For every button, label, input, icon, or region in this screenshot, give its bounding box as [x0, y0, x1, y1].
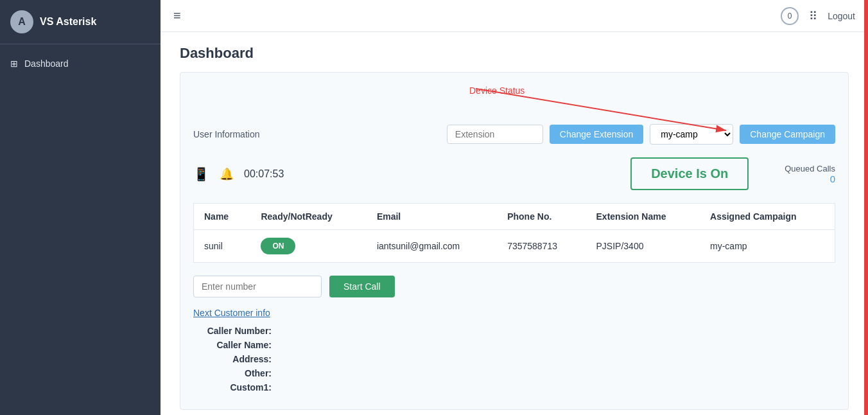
- call-timer: 00:07:53: [244, 168, 284, 180]
- queued-calls-count: 0: [785, 173, 835, 184]
- col-ready: Ready/NotReady: [250, 204, 366, 230]
- col-extension: Extension Name: [586, 204, 700, 230]
- cell-extension: PJSIP/3400: [586, 230, 700, 263]
- col-email: Email: [367, 204, 497, 230]
- dashboard-icon: ⊞: [10, 58, 18, 69]
- hamburger-icon[interactable]: ≡: [173, 8, 181, 23]
- ready-toggle[interactable]: ON: [261, 238, 295, 254]
- change-campaign-button[interactable]: Change Campaign: [740, 125, 835, 144]
- campaign-select[interactable]: my-camp: [650, 124, 733, 145]
- customer-field-label: Caller Number:: [193, 326, 277, 336]
- sidebar-nav: ⊞ Dashboard: [0, 44, 161, 83]
- logout-button[interactable]: Logout: [828, 11, 855, 21]
- grid-icon[interactable]: ⠿: [809, 9, 817, 23]
- table-row: sunil ON iantsunil@gmail.com 7357588713 …: [194, 230, 835, 263]
- customer-info-row: Caller Name:: [193, 340, 835, 350]
- navbar: ≡ 0 ⠿ Logout: [161, 0, 868, 32]
- col-name: Name: [194, 204, 251, 230]
- change-extension-button[interactable]: Change Extension: [550, 125, 643, 144]
- right-border-accent: [864, 0, 868, 415]
- customer-field-label: Custom1:: [193, 382, 277, 393]
- sidebar-item-dashboard[interactable]: ⊞ Dashboard: [0, 52, 161, 75]
- customer-info-row: Caller Number:: [193, 326, 835, 336]
- phone-icon: 📱: [193, 166, 209, 182]
- cell-email: iantsunil@gmail.com: [367, 230, 497, 263]
- bell-icon: 🔔: [220, 167, 234, 181]
- customer-info-row: Address:: [193, 354, 835, 364]
- col-campaign: Assigned Campaign: [700, 204, 835, 230]
- start-call-button[interactable]: Start Call: [329, 276, 395, 297]
- number-input[interactable]: [193, 276, 322, 297]
- app-name: VS Asterisk: [40, 16, 96, 28]
- sidebar-item-label: Dashboard: [24, 58, 69, 69]
- user-info-label: User Information: [193, 129, 259, 139]
- agents-table: Name Ready/NotReady Email Phone No. Exte…: [193, 203, 835, 263]
- sidebar-header: A VS Asterisk: [0, 0, 161, 44]
- controls-row: User Information Change Extension my-cam…: [193, 124, 835, 145]
- page-title: Dashboard: [180, 45, 849, 62]
- customer-info-row: Custom1:: [193, 382, 835, 393]
- queued-calls-label: Queued Calls: [785, 164, 835, 173]
- cell-phone: 7357588713: [497, 230, 586, 263]
- device-status-label: Device Status: [469, 85, 525, 96]
- navbar-right: 0 ⠿ Logout: [781, 7, 855, 25]
- customer-field-label: Address:: [193, 354, 277, 364]
- main-content: ≡ 0 ⠿ Logout Dashboard Device Status: [161, 0, 868, 415]
- extension-input[interactable]: [447, 125, 543, 144]
- cell-name: sunil: [194, 230, 251, 263]
- next-customer-link[interactable]: Next Customer info: [193, 308, 835, 318]
- navbar-left: ≡: [173, 8, 181, 23]
- device-is-on-box: Device Is On: [630, 157, 749, 190]
- col-phone: Phone No.: [497, 204, 586, 230]
- cell-campaign: my-camp: [700, 230, 835, 263]
- customer-field-label: Other:: [193, 368, 277, 378]
- customer-field-label: Caller Name:: [193, 340, 277, 350]
- sidebar: A VS Asterisk ⊞ Dashboard: [0, 0, 161, 415]
- main-card: Device Status User Information Change Ex…: [180, 72, 849, 410]
- page-content: Dashboard Device Status User: [161, 32, 868, 415]
- cell-ready: ON: [250, 230, 366, 263]
- table-body: sunil ON iantsunil@gmail.com 7357588713 …: [194, 230, 835, 263]
- queued-calls: Queued Calls 0: [785, 164, 835, 184]
- customer-info-container: Caller Number: Caller Name: Address: Oth…: [193, 326, 835, 393]
- avatar: A: [10, 10, 33, 33]
- call-section: Start Call: [193, 276, 835, 297]
- customer-info-row: Other:: [193, 368, 835, 378]
- notification-badge[interactable]: 0: [781, 7, 799, 25]
- status-row: 📱 🔔 00:07:53 Device Is On Queued Calls 0: [193, 157, 835, 190]
- table-header-row: Name Ready/NotReady Email Phone No. Exte…: [194, 204, 835, 230]
